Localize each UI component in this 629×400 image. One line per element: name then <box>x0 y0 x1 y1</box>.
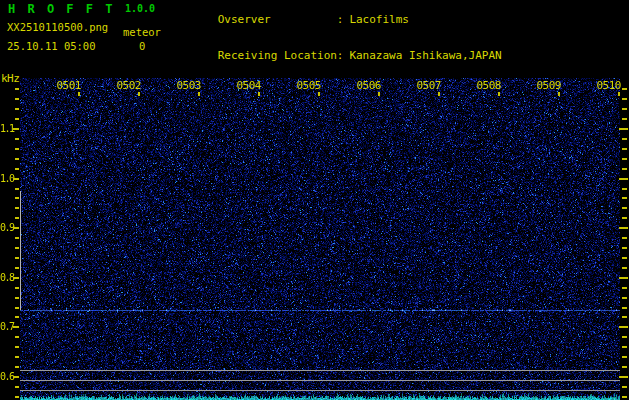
time-axis-label: 0503 <box>171 79 201 91</box>
freq-axis-tick-minor <box>622 316 627 318</box>
freq-axis-tick-minor <box>15 138 19 140</box>
freq-axis-label: 0.6 <box>0 371 14 383</box>
freq-axis-tick-major <box>619 326 628 328</box>
time-axis-label: 0505 <box>291 79 321 91</box>
freq-axis-tick-minor <box>15 118 19 120</box>
freq-axis-label: 0.7 <box>0 321 14 333</box>
info-value: Lacofilms <box>349 13 409 26</box>
info-value: Kanazawa Ishikawa,JAPAN <box>349 49 501 62</box>
time-axis-tick <box>198 92 200 96</box>
freq-axis-tick-minor <box>622 168 627 170</box>
output-filename: XX2510110500.png <box>7 21 108 33</box>
time-axis-label: 0510 <box>591 79 621 91</box>
time-axis-label: 0509 <box>531 79 561 91</box>
freq-axis-tick-minor <box>622 346 627 348</box>
freq-axis-tick-minor <box>622 197 627 199</box>
freq-axis-tick-minor <box>622 158 627 160</box>
freq-axis-tick-minor <box>15 267 19 269</box>
freq-axis-tick-minor <box>15 366 19 368</box>
time-axis-label: 0504 <box>231 79 261 91</box>
freq-axis-tick-minor <box>622 98 627 100</box>
freq-axis-tick-minor <box>15 307 19 309</box>
time-axis-tick <box>78 92 80 96</box>
freq-axis-tick-minor <box>15 197 19 199</box>
time-axis-label: 0506 <box>351 79 381 91</box>
freq-axis-tick-minor <box>15 247 19 249</box>
time-axis-tick <box>438 92 440 96</box>
freq-axis-tick-minor <box>15 396 19 398</box>
freq-axis-tick-minor <box>15 207 19 209</box>
freq-axis-tick-minor <box>622 307 627 309</box>
freq-axis-tick-minor <box>622 287 627 289</box>
freq-axis-tick-minor <box>15 336 19 338</box>
time-axis-tick <box>378 92 380 96</box>
time-axis-tick <box>558 92 560 96</box>
freq-axis-tick-minor <box>15 158 19 160</box>
freq-axis-tick-minor <box>15 108 19 110</box>
freq-axis-tick-minor <box>622 118 627 120</box>
meteor-count: 0 <box>139 40 145 52</box>
hrofft-window: H R O F F T 1.0.0 XX2510110500.png meteo… <box>0 0 629 400</box>
freq-axis-tick-major <box>619 376 628 378</box>
freq-axis-tick-minor <box>622 237 627 239</box>
freq-axis-tick-minor <box>622 257 627 259</box>
freq-axis-tick-minor <box>15 257 19 259</box>
app-title: H R O F F T <box>8 2 115 16</box>
freq-axis-label: 0.9 <box>0 222 14 234</box>
info-row-location: Receiving Location:Kanazawa Ishikawa,JAP… <box>178 38 502 74</box>
time-axis-label: 0502 <box>111 79 141 91</box>
freq-axis-tick-minor <box>15 168 19 170</box>
freq-axis-tick-major <box>13 326 19 328</box>
time-axis-tick <box>138 92 140 96</box>
time-axis-tick <box>498 92 500 96</box>
freq-axis-tick-minor <box>15 316 19 318</box>
freq-axis-tick-minor <box>622 138 627 140</box>
freq-axis-tick-minor <box>622 267 627 269</box>
observation-datetime: 25.10.11 05:00 <box>7 40 96 52</box>
info-separator: : <box>337 14 344 26</box>
freq-axis-tick-minor <box>15 217 19 219</box>
freq-axis-tick-minor <box>622 386 627 388</box>
time-axis-tick <box>258 92 260 96</box>
freq-axis-tick-minor <box>15 356 19 358</box>
info-separator: : <box>337 50 344 62</box>
info-row-observer: Ovserver:Lacofilms <box>178 2 502 38</box>
freq-axis-tick-minor <box>622 336 627 338</box>
freq-axis-tick-minor <box>15 98 19 100</box>
time-axis-label: 0501 <box>51 79 81 91</box>
time-axis-tick <box>618 92 620 96</box>
freq-axis-unit: kHz <box>1 72 19 85</box>
freq-axis-tick-minor <box>15 346 19 348</box>
freq-axis-tick-minor <box>15 237 19 239</box>
freq-axis-label: 0.8 <box>0 272 14 284</box>
freq-axis-tick-minor <box>15 287 19 289</box>
freq-axis-tick-minor <box>622 108 627 110</box>
time-axis-label: 0507 <box>411 79 441 91</box>
spectrogram-canvas <box>20 78 620 400</box>
app-version: 1.0.0 <box>125 3 155 14</box>
freq-axis-label: 1.0 <box>0 173 14 185</box>
freq-axis-tick-major <box>13 277 19 279</box>
freq-axis-tick-minor <box>15 88 19 90</box>
time-axis-label: 0508 <box>471 79 501 91</box>
freq-axis-tick-minor <box>15 188 19 190</box>
freq-axis-tick-minor <box>622 207 627 209</box>
freq-axis-tick-major <box>619 178 628 180</box>
freq-axis-tick-major <box>13 227 19 229</box>
freq-axis-tick-minor <box>622 247 627 249</box>
freq-axis-tick-minor <box>622 366 627 368</box>
freq-axis-tick-minor <box>622 217 627 219</box>
info-label: Receiving Location <box>218 50 337 62</box>
freq-axis-tick-minor <box>15 386 19 388</box>
freq-axis-tick-major <box>619 277 628 279</box>
freq-axis-tick-minor <box>15 148 19 150</box>
freq-axis-tick-minor <box>622 148 627 150</box>
freq-axis-tick-major <box>13 178 19 180</box>
freq-axis-tick-minor <box>622 356 627 358</box>
freq-axis-label: 1.1 <box>0 123 14 135</box>
info-label: Ovserver <box>218 14 337 26</box>
time-axis-tick <box>318 92 320 96</box>
freq-axis-tick-minor <box>622 297 627 299</box>
freq-axis-tick-minor <box>622 396 627 398</box>
freq-axis-tick-minor <box>622 88 627 90</box>
